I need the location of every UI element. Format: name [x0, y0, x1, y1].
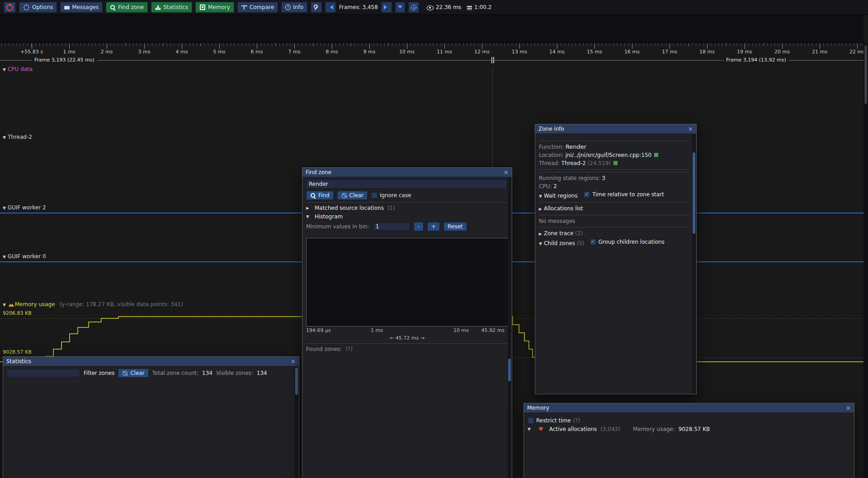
time-ruler-ticks[interactable]: [0, 43, 863, 49]
checkbox[interactable]: [584, 191, 590, 198]
ruler-label: 1 ms: [63, 49, 75, 55]
elapsed-time: 1:00.2: [467, 4, 491, 10]
power-button[interactable]: [4, 2, 16, 13]
statistics-titlebar[interactable]: Statistics ✕: [3, 357, 299, 366]
guif-worker0-header[interactable]: ▼GUIF worker 0: [3, 253, 46, 260]
frame-label-left[interactable]: Frame 3,193 (22.45 ms): [32, 57, 97, 63]
zone-info-scrollbar[interactable]: [692, 134, 696, 393]
clear-button[interactable]: Clear: [337, 191, 368, 200]
memory-usage-header[interactable]: ▼▲▲Memory usage (y-range: 178.27 KB, vis…: [3, 301, 183, 308]
histogram-plot[interactable]: [306, 238, 509, 327]
scrollbar-thumb[interactable]: [693, 152, 695, 234]
close-icon[interactable]: ✕: [291, 359, 296, 364]
group-children-option[interactable]: Group children locations: [590, 238, 665, 246]
search-icon: [310, 193, 316, 199]
toolbar-messages-button[interactable]: Messages: [60, 2, 103, 13]
ignore-case-option[interactable]: Ignore case: [371, 192, 411, 199]
ruler-label: 22 ms: [849, 49, 865, 55]
bars-icon: [155, 5, 161, 10]
scrollbar-thumb[interactable]: [864, 45, 867, 104]
find-button[interactable]: Find: [306, 191, 334, 200]
ruler-label: 21 ms: [812, 49, 827, 55]
min-bin-increment-button[interactable]: +: [427, 222, 440, 231]
clear-icon: [123, 371, 127, 376]
active-allocations-header[interactable]: ▼♥ Active allocations(3,043) Memory usag…: [528, 426, 850, 432]
frames-row[interactable]: Frame 3,193 (22.45 ms) Frame 3,194 (13.9…: [0, 56, 863, 65]
frame-overview-strip[interactable]: [0, 14, 863, 43]
close-icon[interactable]: ✕: [688, 126, 693, 132]
zone-info-window[interactable]: Zone info ✕ Function: Render Location: j…: [535, 124, 697, 394]
matched-locations-row[interactable]: ▶Matched source locations(1): [306, 205, 508, 211]
zone-trace-header[interactable]: ▶Zone trace (2): [539, 230, 690, 237]
checkbox[interactable]: [590, 239, 596, 245]
find-zone-window[interactable]: Find zone ✕ Render Find Clear Ignore cas…: [302, 167, 512, 478]
toolbar-statistics-button[interactable]: Statistics: [151, 2, 192, 13]
visible-zone-count: 134: [257, 370, 267, 376]
restrict-time-option[interactable]: Restrict time(?): [528, 417, 580, 424]
toolbar-info-button[interactable]: Info: [281, 2, 307, 13]
ruler-label: 9 ms: [363, 49, 376, 55]
source-color-swatch: [654, 153, 658, 157]
ruler-label: 20 ms: [774, 49, 790, 55]
goto-frame-button[interactable]: [408, 2, 419, 13]
ruler-label: 19 ms: [737, 49, 752, 55]
find-zone-scrollbar[interactable]: [508, 178, 511, 478]
histogram-section-header[interactable]: ▼Histogram: [306, 213, 508, 220]
reset-button[interactable]: Reset: [443, 222, 467, 231]
toolbar-memory-button[interactable]: Memory: [195, 2, 234, 13]
scrollbar-thumb[interactable]: [295, 368, 298, 395]
checkbox[interactable]: [371, 192, 377, 199]
toolbar-compare-button[interactable]: Compare: [237, 2, 278, 13]
memory-titlebar[interactable]: Memory ✕: [524, 403, 854, 412]
child-zones-header[interactable]: ▼Child zones (5) Group children location…: [539, 238, 690, 247]
ruler-label: 17 ms: [662, 49, 677, 55]
wait-regions-header[interactable]: ▼Wait regions Time relative to zone star…: [539, 191, 690, 200]
clear-icon: [342, 193, 347, 198]
main-scrollbar[interactable]: [863, 43, 868, 478]
collapse-icon[interactable]: ▼: [3, 303, 6, 307]
histogram-range-label: ← 45.72 ms →: [306, 335, 508, 341]
scrollbar-thumb[interactable]: [508, 359, 511, 381]
time-relative-option[interactable]: Time relative to zone start: [584, 191, 664, 198]
min-bin-decrement-button[interactable]: -: [414, 222, 424, 231]
ruler-label: 7 ms: [288, 49, 301, 55]
toolbar-find-zone-button[interactable]: Find zone: [106, 2, 148, 13]
zone-thread[interactable]: Thread-2: [561, 160, 586, 166]
thread2-header[interactable]: ▼Thread-2: [3, 134, 32, 140]
next-frame-button[interactable]: [381, 2, 392, 13]
guif-worker2-header[interactable]: ▼GUIF worker 2: [3, 204, 46, 211]
tracy-profiler-window: OptionsMessagesFind zoneStatisticsMemory…: [0, 0, 868, 478]
cpu-usage-band: [0, 74, 863, 89]
checkbox[interactable]: [528, 417, 534, 424]
collapse-icon[interactable]: ▼: [3, 255, 6, 259]
prev-frame-button[interactable]: [325, 2, 336, 13]
search-input[interactable]: Render: [306, 180, 507, 189]
toolbar-tools-button[interactable]: [311, 2, 322, 13]
close-icon[interactable]: ✕: [846, 405, 851, 411]
found-zones-header: Found zones:(?): [306, 346, 508, 352]
memory-window[interactable]: Memory ✕ Restrict time(?) ▼♥ Active allo…: [524, 403, 854, 478]
collapse-icon[interactable]: ▼: [3, 67, 6, 72]
statistics-window[interactable]: Statistics ✕ Filter zones Clear Total zo…: [3, 356, 299, 478]
min-bin-input[interactable]: 1: [373, 222, 410, 231]
stats-scrollbar[interactable]: [295, 367, 298, 478]
zoom-out-button[interactable]: [395, 2, 405, 13]
frame-label-right[interactable]: Frame 3,194 (13.92 ms): [723, 57, 789, 63]
search-icon: [110, 5, 116, 10]
filter-clear-button[interactable]: Clear: [118, 369, 148, 378]
allocations-list-header[interactable]: ▶Allocations list: [539, 205, 690, 213]
filter-input[interactable]: [7, 369, 80, 377]
ruler-label: 5 ms: [213, 49, 226, 55]
min-bin-label: Minimum values in bin:: [306, 223, 369, 230]
info-icon: [285, 5, 291, 10]
window-title: Statistics: [6, 358, 31, 364]
filter-label: Filter zones: [84, 370, 114, 376]
zone-info-titlebar[interactable]: Zone info ✕: [535, 124, 696, 133]
cpu-data-header[interactable]: ▼CPU data: [3, 66, 33, 72]
find-zone-titlebar[interactable]: Find zone ✕: [302, 168, 512, 177]
zone-location[interactable]: jni/../jni/src/guif/Screen.cpp:150: [566, 152, 652, 158]
toolbar-options-button[interactable]: Options: [19, 2, 57, 13]
collapse-icon[interactable]: ▼: [3, 206, 6, 210]
close-icon[interactable]: ✕: [504, 170, 509, 175]
collapse-icon[interactable]: ▼: [3, 135, 6, 140]
